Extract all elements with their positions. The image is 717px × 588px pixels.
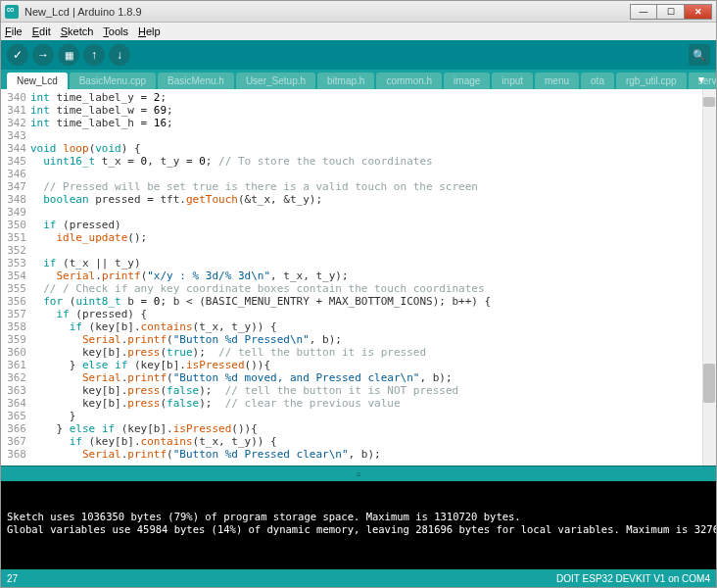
status-board-port: DOIT ESP32 DEVKIT V1 on COM4 [556, 573, 710, 584]
close-button[interactable]: ✕ [685, 4, 712, 20]
output-console[interactable]: Sketch uses 1036350 bytes (79%) of progr… [1, 481, 716, 569]
scroll-thumb[interactable] [703, 364, 715, 403]
app-icon [5, 5, 19, 19]
tab-bitmap-h[interactable]: bitmap.h [317, 73, 374, 89]
vertical-scrollbar[interactable] [702, 89, 716, 466]
menubar: File Edit Sketch Tools Help [1, 23, 716, 40]
menu-tools[interactable]: Tools [103, 25, 128, 37]
pane-divider[interactable] [1, 466, 716, 481]
window-title: New_Lcd | Arduino 1.8.9 [24, 6, 630, 18]
upload-button[interactable] [32, 44, 54, 66]
status-line-number: 27 [7, 573, 18, 584]
line-gutter: 3403413423433443453463473483493503513523… [1, 89, 30, 466]
toolbar [1, 40, 716, 70]
tab-image[interactable]: image [444, 73, 490, 89]
minimize-button[interactable]: — [630, 4, 657, 20]
verify-button[interactable] [7, 44, 28, 66]
app-window: New_Lcd | Arduino 1.8.9 — ☐ ✕ File Edit … [0, 0, 717, 588]
tab-input[interactable]: input [492, 73, 533, 89]
menu-edit[interactable]: Edit [32, 25, 51, 37]
menu-help[interactable]: Help [138, 25, 161, 37]
new-button[interactable] [58, 44, 79, 66]
tab-menu-button[interactable]: ▾ [698, 73, 712, 86]
menu-file[interactable]: File [5, 25, 23, 37]
serial-monitor-button[interactable] [689, 44, 710, 66]
tab-user_setup-h[interactable]: User_Setup.h [236, 73, 315, 89]
code-area[interactable]: int time_label_y = 2;int time_label_w = … [30, 89, 716, 466]
window-controls: — ☐ ✕ [630, 4, 712, 20]
titlebar: New_Lcd | Arduino 1.8.9 — ☐ ✕ [1, 1, 716, 23]
code-editor[interactable]: 3403413423433443453463473483493503513523… [1, 89, 716, 466]
menu-sketch[interactable]: Sketch [61, 25, 94, 37]
tab-rgb_util-cpp[interactable]: rgb_util.cpp [616, 73, 687, 89]
save-button[interactable] [109, 44, 130, 66]
open-button[interactable] [83, 44, 105, 66]
tab-new_lcd[interactable]: New_Lcd [7, 73, 68, 89]
statusbar: 27 DOIT ESP32 DEVKIT V1 on COM4 [1, 569, 716, 587]
tab-menu[interactable]: menu [535, 73, 579, 89]
scroll-up-arrow[interactable] [703, 97, 715, 107]
maximize-button[interactable]: ☐ [657, 4, 685, 20]
tab-basicmenu-cpp[interactable]: BasicMenu.cpp [70, 73, 156, 89]
tab-basicmenu-h[interactable]: BasicMenu.h [158, 73, 234, 89]
tabbar: New_LcdBasicMenu.cppBasicMenu.hUser_Setu… [1, 70, 716, 89]
tab-common-h[interactable]: common.h [376, 73, 442, 89]
tab-ota[interactable]: ota [581, 73, 614, 89]
